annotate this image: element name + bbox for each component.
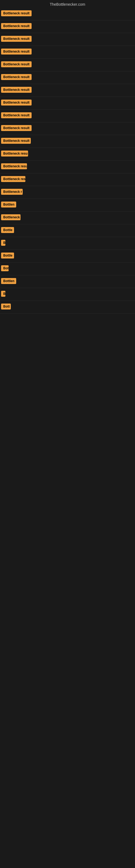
- result-row-5: Bottleneck result: [0, 59, 135, 71]
- bottleneck-badge-10[interactable]: Bottleneck result: [1, 125, 32, 131]
- bottleneck-badge-18[interactable]: Bottle: [1, 227, 14, 233]
- bottleneck-badge-20[interactable]: Bottle: [1, 252, 14, 258]
- bottleneck-badge-11[interactable]: Bottleneck result: [1, 138, 31, 144]
- result-row-2: Bottleneck result: [0, 20, 135, 33]
- bottleneck-badge-17[interactable]: Bottleneck: [1, 214, 20, 220]
- results-container: Bottleneck resultBottleneck resultBottle…: [0, 8, 135, 314]
- result-row-8: Bottleneck result: [0, 97, 135, 110]
- result-row-17: Bottleneck: [0, 212, 135, 224]
- bottleneck-badge-16[interactable]: Bottlen: [1, 202, 16, 208]
- bottleneck-badge-1[interactable]: Bottleneck result: [1, 10, 32, 16]
- bottleneck-badge-14[interactable]: Bottleneck resu: [1, 176, 26, 182]
- result-row-13: Bottleneck resu: [0, 161, 135, 173]
- result-row-12: Bottleneck resu: [0, 148, 135, 161]
- result-row-6: Bottleneck result: [0, 71, 135, 84]
- result-row-15: Bottleneck r: [0, 186, 135, 199]
- bottleneck-badge-4[interactable]: Bottleneck result: [1, 49, 32, 55]
- result-row-16: Bottlen: [0, 199, 135, 212]
- result-row-22: Bottlen: [0, 275, 135, 288]
- bottleneck-badge-13[interactable]: Bottleneck resu: [1, 163, 27, 169]
- result-row-1: Bottleneck result: [0, 8, 135, 20]
- result-row-4: Bottleneck result: [0, 46, 135, 59]
- result-row-19: B: [0, 237, 135, 250]
- result-row-14: Bottleneck resu: [0, 173, 135, 186]
- bottleneck-badge-9[interactable]: Bottleneck result: [1, 112, 32, 118]
- bottleneck-badge-8[interactable]: Bottleneck result: [1, 99, 32, 105]
- result-row-10: Bottleneck result: [0, 122, 135, 135]
- bottleneck-badge-6[interactable]: Bottleneck result: [1, 74, 32, 80]
- result-row-20: Bottle: [0, 250, 135, 262]
- result-row-21: Bot: [0, 262, 135, 275]
- bottleneck-badge-24[interactable]: Bott: [1, 304, 11, 310]
- result-row-23: B: [0, 288, 135, 301]
- bottleneck-badge-22[interactable]: Bottlen: [1, 278, 16, 284]
- result-row-11: Bottleneck result: [0, 135, 135, 148]
- result-row-7: Bottleneck result: [0, 84, 135, 97]
- bottleneck-badge-12[interactable]: Bottleneck resu: [1, 151, 28, 156]
- bottleneck-badge-3[interactable]: Bottleneck result: [1, 36, 32, 42]
- bottleneck-badge-7[interactable]: Bottleneck result: [1, 87, 32, 93]
- result-row-24: Bott: [0, 301, 135, 314]
- bottleneck-badge-23[interactable]: B: [1, 291, 5, 297]
- result-row-3: Bottleneck result: [0, 33, 135, 46]
- page-wrapper: TheBottlenecker.com Bottleneck resultBot…: [0, 0, 135, 314]
- bottleneck-badge-19[interactable]: B: [1, 240, 5, 246]
- bottleneck-badge-2[interactable]: Bottleneck result: [1, 23, 32, 29]
- result-row-18: Bottle: [0, 224, 135, 237]
- bottleneck-badge-21[interactable]: Bot: [1, 265, 9, 271]
- result-row-9: Bottleneck result: [0, 110, 135, 122]
- bottleneck-badge-5[interactable]: Bottleneck result: [1, 61, 32, 67]
- site-title: TheBottlenecker.com: [0, 0, 135, 8]
- bottleneck-badge-15[interactable]: Bottleneck r: [1, 189, 23, 195]
